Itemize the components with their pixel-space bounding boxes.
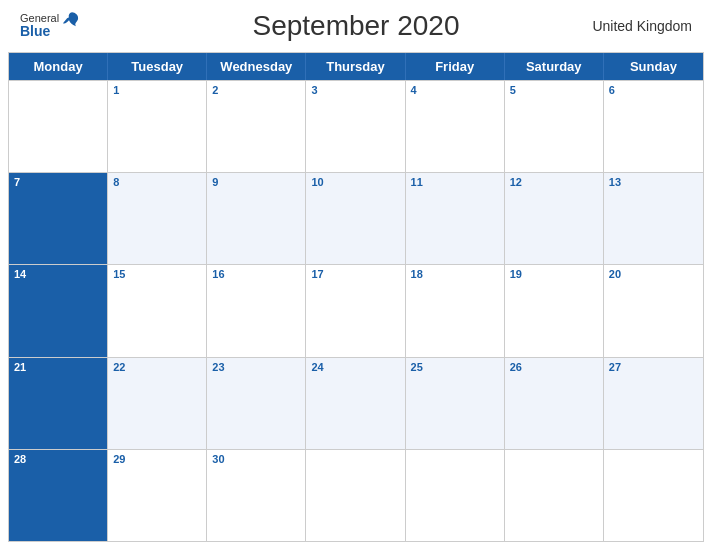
header-saturday: Saturday [505,53,604,80]
day-headers-row: Monday Tuesday Wednesday Thursday Friday… [9,53,703,80]
day-cell: 8 [108,173,207,264]
header-monday: Monday [9,53,108,80]
header-sunday: Sunday [604,53,703,80]
day-cell: 10 [306,173,405,264]
day-cell [604,450,703,541]
week-3: 14 15 16 17 18 19 20 [9,264,703,356]
day-cell: 21 [9,358,108,449]
day-cell: 17 [306,265,405,356]
day-cell: 7 [9,173,108,264]
header-friday: Friday [406,53,505,80]
logo-bird-icon [61,10,83,36]
day-cell [306,450,405,541]
weeks-container: 1 2 3 4 5 6 7 8 9 10 11 12 13 14 15 16 1… [9,80,703,541]
week-1: 1 2 3 4 5 6 [9,80,703,172]
day-cell: 4 [406,81,505,172]
logo-blue-text: Blue [20,24,59,39]
day-cell: 12 [505,173,604,264]
day-cell: 5 [505,81,604,172]
day-cell: 13 [604,173,703,264]
week-5: 28 29 30 [9,449,703,541]
day-cell: 30 [207,450,306,541]
header-wednesday: Wednesday [207,53,306,80]
day-cell: 20 [604,265,703,356]
day-cell: 9 [207,173,306,264]
calendar-header: General Blue September 2020 United Kingd… [0,0,712,52]
day-cell: 29 [108,450,207,541]
day-cell: 19 [505,265,604,356]
header-tuesday: Tuesday [108,53,207,80]
day-cell: 26 [505,358,604,449]
day-cell [406,450,505,541]
week-2: 7 8 9 10 11 12 13 [9,172,703,264]
day-cell: 14 [9,265,108,356]
country-label: United Kingdom [592,18,692,34]
day-cell: 11 [406,173,505,264]
day-cell: 3 [306,81,405,172]
day-cell [9,81,108,172]
day-cell: 1 [108,81,207,172]
page-title: September 2020 [252,10,459,42]
day-cell: 16 [207,265,306,356]
day-cell: 6 [604,81,703,172]
day-cell: 18 [406,265,505,356]
header-thursday: Thursday [306,53,405,80]
day-cell: 23 [207,358,306,449]
day-cell: 24 [306,358,405,449]
week-4: 21 22 23 24 25 26 27 [9,357,703,449]
day-cell: 27 [604,358,703,449]
calendar-grid: Monday Tuesday Wednesday Thursday Friday… [8,52,704,542]
day-cell: 25 [406,358,505,449]
day-cell: 15 [108,265,207,356]
day-cell: 2 [207,81,306,172]
day-cell: 28 [9,450,108,541]
day-cell [505,450,604,541]
day-cell: 22 [108,358,207,449]
logo: General Blue [20,12,83,39]
